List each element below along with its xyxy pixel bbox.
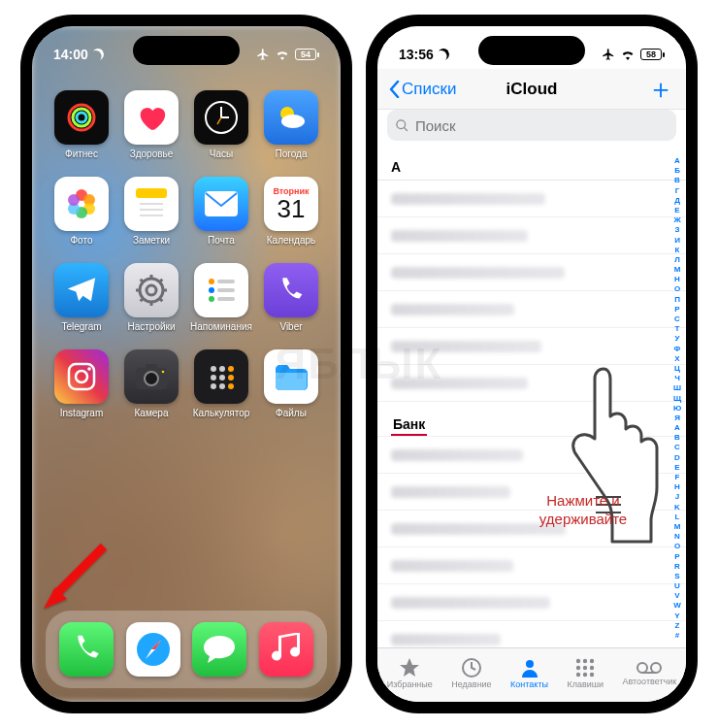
index-letter[interactable]: И bbox=[674, 236, 680, 245]
app-label: Погода bbox=[276, 149, 308, 159]
contact-row[interactable] bbox=[377, 217, 686, 254]
svg-point-49 bbox=[228, 375, 234, 381]
tab-label: Клавиши bbox=[567, 679, 604, 689]
index-letter[interactable]: Ф bbox=[674, 345, 681, 353]
index-letter[interactable]: Р bbox=[674, 305, 679, 314]
index-letter[interactable]: U bbox=[674, 581, 680, 590]
app-health[interactable]: Здоровье bbox=[119, 90, 183, 159]
app-label: Заметки bbox=[133, 235, 170, 246]
contact-row[interactable] bbox=[377, 328, 686, 365]
index-letter[interactable]: Ш bbox=[673, 383, 681, 392]
keypad-icon bbox=[574, 657, 596, 678]
index-letter[interactable]: Ж bbox=[673, 215, 680, 224]
index-letter[interactable]: У bbox=[675, 334, 680, 343]
app-calendar[interactable]: Вторник31 Календарь bbox=[259, 177, 323, 246]
index-letter[interactable]: Е bbox=[674, 206, 679, 215]
index-letter[interactable]: Х bbox=[674, 354, 679, 363]
search-input[interactable] bbox=[415, 117, 669, 134]
app-weather[interactable]: Погода bbox=[259, 90, 323, 159]
search-field[interactable] bbox=[387, 110, 676, 141]
index-letter[interactable]: А bbox=[674, 156, 680, 165]
index-letter[interactable]: Я bbox=[674, 414, 680, 422]
index-letter[interactable]: P bbox=[674, 552, 679, 561]
index-letter[interactable]: П bbox=[674, 295, 680, 304]
index-letter[interactable]: S bbox=[674, 572, 679, 580]
index-letter[interactable]: F bbox=[675, 473, 680, 481]
contact-row[interactable] bbox=[377, 584, 686, 621]
index-letter[interactable]: З bbox=[674, 225, 679, 234]
index-letter[interactable]: Z bbox=[675, 621, 680, 630]
tab-clock2[interactable]: Недавние bbox=[451, 657, 491, 689]
index-letter[interactable]: Ч bbox=[674, 374, 680, 382]
tab-star[interactable]: Избранные bbox=[387, 657, 433, 689]
app-instagram[interactable]: Instagram bbox=[49, 349, 114, 418]
index-letter[interactable]: Г bbox=[675, 186, 680, 195]
index-letter[interactable]: E bbox=[674, 463, 679, 472]
tutorial-hint-text: Нажмите и удерживайте bbox=[515, 492, 651, 529]
app-camera[interactable]: Камера bbox=[119, 349, 183, 418]
app-fitness[interactable]: Фитнес bbox=[49, 90, 114, 159]
dock-safari[interactable] bbox=[126, 622, 180, 677]
dock-messages[interactable] bbox=[192, 622, 246, 677]
tab-voicemail[interactable]: Автоответчик bbox=[622, 660, 676, 686]
index-letter[interactable]: Л bbox=[674, 255, 680, 264]
index-letter[interactable]: М bbox=[674, 265, 681, 274]
tab-person[interactable]: Контакты bbox=[510, 657, 548, 689]
index-letter[interactable]: Т bbox=[675, 324, 680, 333]
index-letter[interactable]: B bbox=[674, 433, 680, 442]
index-letter[interactable]: Н bbox=[674, 275, 680, 283]
index-letter[interactable]: О bbox=[674, 284, 680, 293]
app-viber[interactable]: Viber bbox=[259, 263, 323, 332]
index-letter[interactable]: Ю bbox=[673, 404, 681, 413]
index-letter[interactable]: К bbox=[675, 246, 680, 254]
index-letter[interactable]: L bbox=[675, 513, 680, 521]
contact-row[interactable] bbox=[377, 181, 686, 217]
index-letter[interactable]: В bbox=[674, 176, 680, 184]
app-notes[interactable]: Заметки bbox=[119, 177, 183, 246]
index-letter[interactable]: Ц bbox=[674, 364, 680, 373]
app-photos[interactable]: Фото bbox=[49, 177, 114, 246]
app-label: Настройки bbox=[127, 321, 175, 332]
app-clock[interactable]: Часы bbox=[189, 90, 253, 159]
index-letter[interactable]: Д bbox=[674, 196, 680, 205]
app-settings[interactable]: Настройки bbox=[119, 263, 183, 332]
index-letter[interactable]: K bbox=[674, 503, 680, 512]
contact-row[interactable] bbox=[377, 547, 686, 584]
index-letter[interactable]: С bbox=[674, 314, 680, 323]
app-mail[interactable]: Почта bbox=[189, 177, 253, 246]
app-files[interactable]: Файлы bbox=[259, 349, 323, 418]
alphabet-index[interactable]: АБВГДЕЖЗИКЛМНОПРСТУФХЦЧШЩЮЯABCDEFHJKLMNO… bbox=[670, 152, 684, 644]
svg-point-14 bbox=[68, 194, 80, 206]
index-letter[interactable]: O bbox=[674, 542, 680, 550]
index-letter[interactable]: V bbox=[674, 591, 679, 600]
contact-row[interactable] bbox=[377, 291, 686, 328]
index-letter[interactable]: H bbox=[674, 482, 680, 491]
dock-music[interactable] bbox=[259, 622, 313, 677]
index-letter[interactable]: R bbox=[674, 562, 680, 571]
index-letter[interactable]: J bbox=[675, 492, 679, 501]
contact-row[interactable] bbox=[377, 254, 686, 291]
index-letter[interactable]: Y bbox=[674, 612, 679, 620]
app-label: Часы bbox=[210, 149, 233, 159]
svg-point-67 bbox=[637, 663, 647, 673]
app-telegram[interactable]: Telegram bbox=[49, 263, 114, 332]
app-label: Instagram bbox=[60, 408, 103, 418]
nav-bar: Списки iCloud ＋ bbox=[377, 69, 686, 110]
index-letter[interactable]: C bbox=[674, 443, 680, 451]
tab-keypad[interactable]: Клавиши bbox=[567, 657, 604, 689]
index-letter[interactable]: D bbox=[674, 453, 680, 462]
app-reminders[interactable]: Напоминания bbox=[189, 263, 253, 332]
index-letter[interactable]: Б bbox=[674, 166, 680, 175]
contact-row[interactable] bbox=[377, 621, 686, 647]
index-letter[interactable]: # bbox=[675, 631, 679, 640]
index-letter[interactable]: W bbox=[673, 601, 681, 610]
dynamic-island bbox=[133, 36, 240, 65]
index-letter[interactable]: A bbox=[674, 423, 680, 432]
index-letter[interactable]: M bbox=[674, 522, 681, 531]
svg-point-50 bbox=[211, 383, 216, 389]
app-calc[interactable]: Калькулятор bbox=[189, 349, 253, 418]
dock-phone[interactable] bbox=[59, 622, 114, 677]
index-letter[interactable]: N bbox=[674, 532, 680, 541]
index-letter[interactable]: Щ bbox=[673, 394, 681, 403]
svg-point-31 bbox=[209, 279, 214, 284]
